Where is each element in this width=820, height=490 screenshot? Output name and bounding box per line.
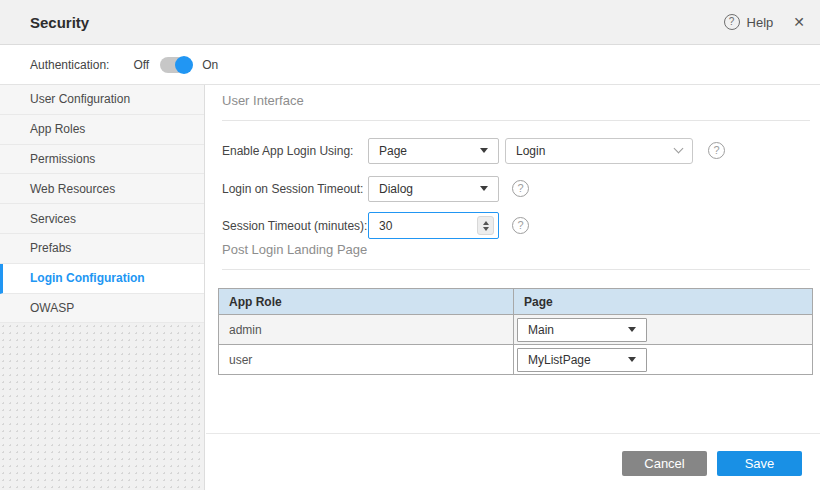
caret-down-icon — [480, 148, 488, 153]
authentication-label: Authentication: — [30, 58, 109, 72]
page-cell: MyListPage — [514, 345, 813, 375]
sidebar-item-user-configuration[interactable]: User Configuration — [0, 85, 204, 115]
page-cell: Main — [514, 315, 813, 345]
cancel-button[interactable]: Cancel — [622, 451, 707, 476]
login-page-select[interactable]: Login — [505, 138, 693, 164]
sidebar-item-login-configuration[interactable]: Login Configuration — [0, 264, 204, 294]
page-title: Security — [30, 14, 89, 31]
save-button[interactable]: Save — [717, 451, 802, 476]
sidebar-filler-pattern — [0, 323, 204, 490]
step-down-icon — [483, 227, 489, 231]
session-timeout-input[interactable] — [379, 219, 477, 233]
footer-divider — [206, 433, 820, 434]
help-icon[interactable]: ? — [708, 142, 725, 159]
app-role-cell: admin — [219, 315, 514, 345]
session-timeout-mode-value: Dialog — [379, 182, 480, 196]
step-up-icon — [483, 221, 489, 225]
help-icon[interactable]: ? — [512, 180, 529, 197]
app-role-column-header: App Role — [219, 289, 514, 315]
help-label: Help — [747, 15, 774, 30]
session-timeout-field — [368, 212, 499, 239]
sidebar-item-app-roles[interactable]: App Roles — [0, 115, 204, 145]
sidebar-item-prefabs[interactable]: Prefabs — [0, 234, 204, 264]
caret-down-icon — [480, 186, 488, 191]
table-header-row: App Role Page — [219, 289, 813, 315]
app-role-cell: user — [219, 345, 514, 375]
settings-sidebar: User Configuration App Roles Permissions… — [0, 85, 205, 490]
number-stepper[interactable] — [477, 216, 494, 235]
header-actions: ? Help ✕ — [724, 14, 805, 30]
sidebar-item-web-resources[interactable]: Web Resources — [0, 174, 204, 204]
toggle-off-label: Off — [133, 58, 149, 72]
login-on-session-timeout-row: Login on Session Timeout: Dialog ? — [222, 175, 529, 202]
help-icon[interactable]: ? — [512, 217, 529, 234]
divider — [222, 120, 810, 121]
dialog-header: Security ? Help ✕ — [0, 0, 820, 45]
session-timeout-label: Session Timeout (minutes): — [222, 219, 368, 233]
user-page-select[interactable]: MyListPage — [517, 348, 647, 372]
login-configuration-panel: User Interface Enable App Login Using: P… — [206, 85, 820, 490]
login-on-session-timeout-label: Login on Session Timeout: — [222, 182, 368, 196]
sidebar-item-permissions[interactable]: Permissions — [0, 145, 204, 175]
toggle-knob — [175, 56, 193, 74]
chevron-down-icon — [674, 144, 684, 154]
session-timeout-mode-select[interactable]: Dialog — [368, 176, 499, 202]
admin-page-value: Main — [528, 323, 628, 337]
session-timeout-row: Session Timeout (minutes): ? — [222, 212, 529, 239]
help-icon: ? — [724, 14, 740, 30]
post-login-landing-table: App Role Page admin Main user — [218, 288, 813, 375]
page-column-header: Page — [514, 289, 813, 315]
login-type-select[interactable]: Page — [368, 138, 499, 164]
admin-page-select[interactable]: Main — [517, 318, 647, 342]
divider — [222, 269, 810, 270]
security-dialog: Security ? Help ✕ Authentication: Off On… — [0, 0, 820, 490]
enable-app-login-row: Enable App Login Using: Page Login ? — [222, 137, 725, 164]
user-page-value: MyListPage — [528, 353, 628, 367]
close-icon[interactable]: ✕ — [793, 14, 805, 30]
table-row: user MyListPage — [219, 345, 813, 375]
section-title-post-login-landing-page: Post Login Landing Page — [222, 242, 367, 257]
section-title-user-interface: User Interface — [222, 93, 304, 108]
table-row: admin Main — [219, 315, 813, 345]
sidebar-item-owasp[interactable]: OWASP — [0, 294, 204, 324]
sidebar-item-services[interactable]: Services — [0, 204, 204, 234]
toggle-on-label: On — [202, 58, 218, 72]
enable-app-login-label: Enable App Login Using: — [222, 144, 368, 158]
caret-down-icon — [628, 327, 636, 332]
help-button[interactable]: ? Help — [724, 14, 774, 30]
authentication-toggle[interactable] — [160, 57, 191, 73]
caret-down-icon — [628, 357, 636, 362]
login-page-value: Login — [516, 144, 675, 158]
authentication-row: Authentication: Off On — [0, 46, 820, 85]
login-type-value: Page — [379, 144, 480, 158]
